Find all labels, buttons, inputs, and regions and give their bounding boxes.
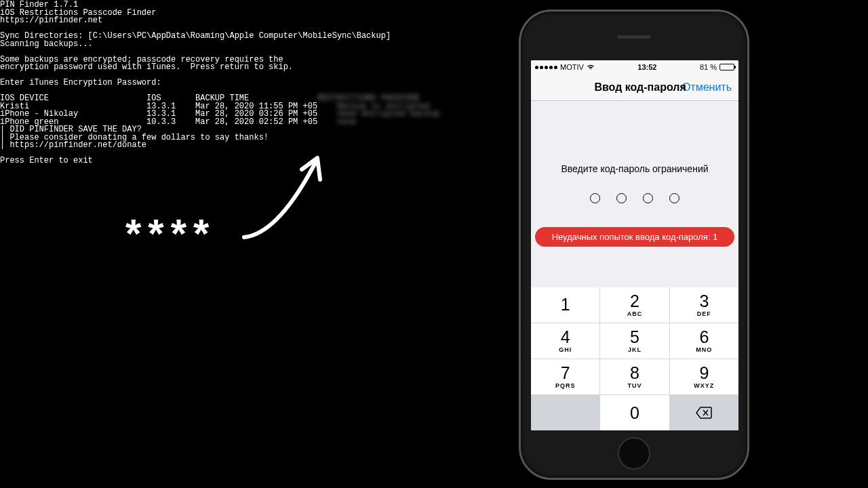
wifi-icon xyxy=(587,64,595,70)
numeric-keypad: 1 2ABC 3DEF 4GHI 5JKL 6MNO 7PQRS 8TUV 9W… xyxy=(531,287,738,430)
key-6[interactable]: 6MNO xyxy=(670,323,738,359)
phone-speaker xyxy=(617,35,651,39)
pin-dot xyxy=(616,193,627,203)
key-4[interactable]: 4GHI xyxy=(531,323,599,359)
asterisks-annotation: **** xyxy=(125,210,216,257)
phone-device-frame: MOTIV 13:52 81 % Ввод код-пароля Отменит… xyxy=(519,9,749,480)
cancel-button[interactable]: Отменить xyxy=(682,81,732,94)
terminal-footer: | DID PINFINDER SAVE THE DAY? | Please c… xyxy=(0,125,269,165)
passcode-prompt: Введите код-пароль ограничений xyxy=(531,163,738,174)
nav-bar: Ввод код-пароля Отменить xyxy=(531,74,738,101)
home-button[interactable] xyxy=(618,437,650,470)
key-empty xyxy=(531,395,599,430)
carrier-label: MOTIV xyxy=(560,63,584,71)
key-8[interactable]: 8TUV xyxy=(600,359,669,394)
page-title: Ввод код-пароля xyxy=(594,81,686,94)
key-9[interactable]: 9WXYZ xyxy=(670,359,738,394)
terminal-output: PIN Finder 1.7.1 iOS Restrictions Passco… xyxy=(0,0,439,165)
arrow-annotation xyxy=(237,152,339,247)
pin-dot xyxy=(669,193,679,203)
battery-percent-label: 81 % xyxy=(700,63,717,71)
terminal-text: PIN Finder 1.7.1 iOS Restrictions Passco… xyxy=(0,0,391,87)
key-2[interactable]: 2ABC xyxy=(600,287,669,323)
key-1[interactable]: 1 xyxy=(531,287,599,323)
status-bar: MOTIV 13:52 81 % xyxy=(531,60,738,74)
pin-dot xyxy=(590,193,600,203)
key-7[interactable]: 7PQRS xyxy=(531,359,599,394)
pin-dot xyxy=(643,193,653,203)
battery-icon xyxy=(719,64,734,70)
key-0[interactable]: 0 xyxy=(600,395,669,430)
backspace-icon xyxy=(696,407,712,419)
key-5[interactable]: 5JKL xyxy=(600,323,669,359)
error-badge: Неудачных попыток ввода код-пароля: 1 xyxy=(535,227,734,247)
key-backspace[interactable] xyxy=(670,395,738,430)
signal-strength-icon xyxy=(535,66,557,69)
key-3[interactable]: 3DEF xyxy=(670,287,738,323)
phone-screen: MOTIV 13:52 81 % Ввод код-пароля Отменит… xyxy=(531,60,738,430)
clock-label: 13:52 xyxy=(637,63,656,71)
passcode-dots xyxy=(531,193,738,203)
